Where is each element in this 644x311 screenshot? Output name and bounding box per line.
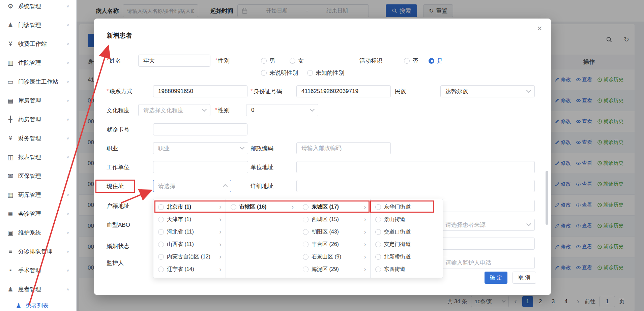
app-page: ⚙ 系统管理 ∨ ♟ 门诊管理 ∨ ¥ 收费工作站 ∨ ▥ bbox=[0, 0, 644, 311]
id-card-input[interactable] bbox=[296, 85, 391, 97]
occupation-select[interactable]: 职业 bbox=[153, 142, 248, 154]
chevron-right-icon: › bbox=[219, 216, 222, 223]
radio-icon bbox=[158, 254, 164, 260]
cascader-option[interactable]: 天津市 (1) › bbox=[153, 213, 226, 226]
sidebar-item-icon: ▦ bbox=[7, 191, 14, 199]
radio-icon bbox=[261, 58, 267, 64]
card-no-input[interactable] bbox=[153, 123, 247, 135]
sidebar-item[interactable]: ▤ 库房管理 ∨ bbox=[0, 91, 76, 110]
sidebar-item[interactable]: ≣ 会诊管理 ∨ bbox=[0, 204, 76, 223]
cancel-button[interactable]: 取 消 bbox=[513, 272, 536, 284]
cascader-option[interactable]: 内蒙古自治区 (12) › bbox=[153, 251, 226, 263]
sidebar-item-patient-list[interactable]: ♟ 患者列表 bbox=[0, 297, 76, 311]
radio-icon bbox=[404, 58, 410, 64]
radio-icon bbox=[375, 242, 381, 247]
radio-male[interactable]: 男 bbox=[261, 55, 275, 67]
sidebar-item[interactable]: ▪ 手术管理 ∨ bbox=[0, 261, 76, 280]
chevron-icon: ∨ bbox=[66, 4, 69, 8]
gender-code-select[interactable]: 0 bbox=[246, 104, 318, 116]
radio-active-yes[interactable]: 是 bbox=[429, 55, 443, 67]
cascader-option[interactable]: 朝阳区 (43) › bbox=[298, 226, 370, 238]
radio-icon bbox=[158, 217, 164, 222]
sidebar-item[interactable]: ✉ 医保管理 ∨ bbox=[0, 166, 76, 185]
modal-scrollbar-thumb[interactable] bbox=[546, 171, 548, 225]
sidebar-item[interactable]: ♟ 患者管理 ∧ bbox=[0, 280, 76, 299]
current-address-select[interactable]: 请选择 bbox=[153, 180, 231, 192]
sidebar-item[interactable]: ▥ 住院管理 ∨ bbox=[0, 53, 76, 72]
cascader-option[interactable]: 石景山区 (9) › bbox=[298, 251, 370, 263]
cascader-option[interactable]: 海淀区 (29) › bbox=[298, 263, 370, 276]
contact-input[interactable] bbox=[153, 85, 247, 97]
cascader-option[interactable]: 山西省 (11) › bbox=[153, 238, 226, 251]
cascader-city-column: 市辖区 (16) › bbox=[226, 199, 298, 278]
radio-female[interactable]: 女 bbox=[290, 55, 304, 67]
radio-label: 女 bbox=[298, 57, 304, 65]
radio-gender-unstated[interactable]: 未说明性别 bbox=[261, 67, 298, 79]
postcode-input[interactable] bbox=[296, 142, 391, 154]
sidebar: ⚙ 系统管理 ∨ ♟ 门诊管理 ∨ ¥ 收费工作站 ∨ ▥ bbox=[0, 0, 77, 311]
radio-icon bbox=[158, 242, 164, 247]
marital-right-input[interactable] bbox=[440, 238, 535, 250]
cascader-option[interactable]: 北新桥街道 bbox=[371, 251, 443, 263]
sidebar-item-icon: ✉ bbox=[7, 172, 14, 180]
sidebar-item[interactable]: ¥ 收费工作站 ∨ bbox=[0, 34, 76, 53]
nation-label: 民族 bbox=[395, 85, 406, 97]
radio-icon bbox=[307, 70, 313, 76]
contact-label: 联系方式 bbox=[107, 85, 133, 97]
employer-address-input[interactable] bbox=[296, 161, 535, 173]
cascader-option[interactable]: 河北省 (11) › bbox=[153, 226, 226, 238]
sidebar-item[interactable]: ♟ 门诊管理 ∨ bbox=[0, 15, 76, 34]
sidebar-item[interactable]: ▭ 门诊医生工作站 ∨ bbox=[0, 72, 76, 91]
cascader-option[interactable]: 交道口街道 bbox=[371, 226, 443, 238]
sidebar-item-icon: ♟ bbox=[7, 21, 14, 29]
cascader-option[interactable]: 辽宁省 (14) › bbox=[153, 263, 226, 276]
cascader-option[interactable]: 东四街道 bbox=[371, 263, 443, 276]
user-icon: ♟ bbox=[15, 302, 22, 310]
sidebar-item[interactable]: ¥ 财务管理 ∨ bbox=[0, 129, 76, 148]
chevron-up-icon bbox=[223, 184, 228, 189]
cascader-option[interactable]: 北京市 (1) › bbox=[153, 201, 226, 213]
sidebar-item[interactable]: ╋ 药房管理 ∨ bbox=[0, 110, 76, 129]
chevron-icon: ∨ bbox=[66, 155, 69, 159]
radio-icon bbox=[158, 204, 164, 210]
radio-gender-unknown[interactable]: 未知的性别 bbox=[307, 67, 344, 79]
chevron-icon: ∨ bbox=[66, 98, 69, 102]
chevron-icon: ∨ bbox=[66, 80, 69, 84]
detail-address-input[interactable] bbox=[296, 180, 535, 192]
cascader-option-label: 河北省 (11) bbox=[167, 228, 216, 236]
sidebar-item-label: 财务管理 bbox=[18, 134, 41, 142]
sidebar-item[interactable]: ⚙ 系统管理 ∨ bbox=[0, 0, 76, 15]
close-icon[interactable]: × bbox=[537, 24, 542, 33]
cascader-option[interactable]: 景山街道 bbox=[371, 213, 443, 226]
name-input[interactable] bbox=[138, 55, 210, 67]
detail-address-label: 详细地址 bbox=[251, 180, 273, 192]
sidebar-item-icon: ≣ bbox=[7, 210, 14, 218]
sidebar-item[interactable]: ▣ 维护系统 ∨ bbox=[0, 223, 76, 242]
sidebar-item[interactable]: ▦ 药库管理 ∨ bbox=[0, 185, 76, 204]
nation-select-value: 达斡尔族 bbox=[445, 88, 527, 95]
radio-icon bbox=[303, 229, 309, 235]
cascader-option[interactable]: 东城区 (17) › bbox=[298, 201, 370, 213]
confirm-button[interactable]: 确 定 bbox=[485, 272, 507, 284]
sidebar-item-icon: ¥ bbox=[7, 40, 14, 48]
radio-icon bbox=[158, 229, 164, 235]
cascader-option[interactable]: 安定门街道 bbox=[371, 238, 443, 251]
education-select[interactable]: 请选择文化程度 bbox=[138, 104, 210, 116]
sidebar-item[interactable]: ◫ 报表管理 ∨ bbox=[0, 148, 76, 166]
sidebar-item-icon: ▣ bbox=[7, 229, 14, 237]
cascader-option-label: 朝阳区 (43) bbox=[312, 228, 361, 236]
cascader-option[interactable]: 丰台区 (26) › bbox=[298, 238, 370, 251]
nation-select[interactable]: 达斡尔族 bbox=[440, 85, 535, 97]
employer-input[interactable] bbox=[153, 161, 248, 173]
radio-label: 是 bbox=[437, 57, 443, 65]
radio-icon bbox=[231, 204, 236, 210]
cascader-option[interactable]: 市辖区 (16) › bbox=[226, 201, 298, 213]
radio-active-no[interactable]: 否 bbox=[404, 55, 418, 67]
sidebar-item[interactable]: ≡ 分诊排队管理 ∨ bbox=[0, 242, 76, 261]
radio-label: 否 bbox=[412, 57, 418, 65]
guardian-phone-input[interactable] bbox=[440, 257, 535, 269]
cascader-option[interactable]: 西城区 (15) › bbox=[298, 213, 370, 226]
patient-source-select[interactable]: 请选择患者来源 bbox=[440, 219, 535, 231]
cascader-option[interactable]: 东华门街道 bbox=[371, 201, 443, 213]
cascader-street-column: 东华门街道 景山街道 交道口街道 bbox=[371, 199, 443, 278]
